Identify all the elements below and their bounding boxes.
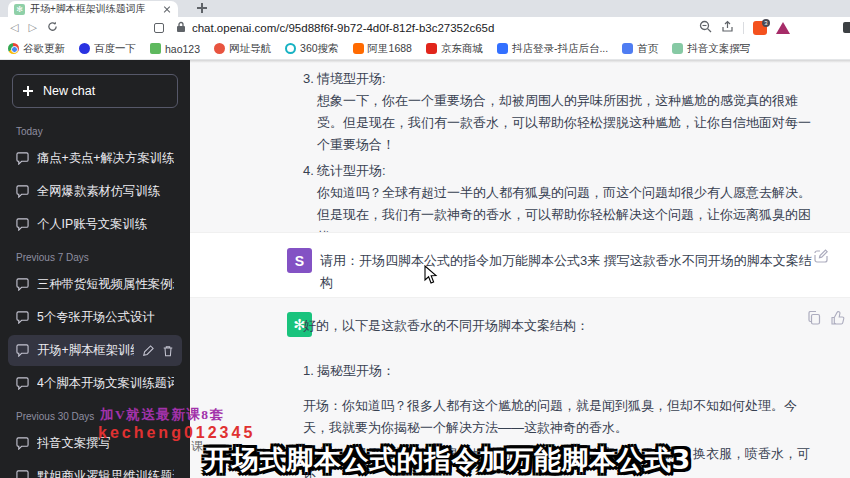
share-icon[interactable] (721, 19, 734, 37)
sidebar-item-opening-script-framework[interactable]: 开场+脚本框架训练题 (8, 335, 182, 366)
browser-window: ✻ 开场+脚本框架训练题词库 ◁ ▷ chat.openai.com/c/95d… (0, 0, 850, 478)
section-label-prev7: Previous 7 Days (8, 242, 182, 269)
section-label-today: Today (8, 116, 182, 143)
sidebar-item-exaggerated-openings[interactable]: 5个夸张开场公式设计 (8, 302, 182, 333)
bookmark-item[interactable]: hao123 (150, 43, 200, 55)
sidebar-item-personal-ip[interactable]: 个人IP账号文案训练 (8, 209, 182, 240)
sidebar-item-pain-points[interactable]: 痛点+卖点+解决方案训练题词 (8, 143, 182, 174)
watermark-line2: kecheng012345 (98, 424, 255, 442)
bookmark-item[interactable]: 京东商城 (426, 42, 483, 56)
bookmark-item[interactable]: 阿里1688 (353, 42, 412, 56)
extension-badge: 3 (762, 19, 770, 27)
chat-bubble-icon (16, 470, 29, 478)
jd-icon (426, 43, 437, 54)
list-item-title: 揭秘型开场： (317, 363, 395, 378)
trash-icon[interactable] (162, 345, 174, 357)
bookmark-item[interactable]: 首页 (622, 42, 658, 56)
sidebar-item-four-scripts[interactable]: 4个脚本开场文案训练题词库 (8, 368, 182, 399)
user-message-text: 请用：开场四脚本公式的指令加万能脚本公式3来 撰写这款香水不同开场的脚本文案结构 (320, 250, 820, 294)
url-text[interactable]: chat.openai.com/c/95d88f6f-9b72-4d0f-812… (192, 22, 494, 34)
back-icon[interactable]: ◁ (10, 21, 18, 34)
douyin-copy-icon (672, 43, 683, 54)
chat-bubble-icon (16, 218, 29, 231)
alibaba-icon (353, 43, 364, 54)
mouse-cursor (424, 265, 438, 285)
assistant-message-continued: 3. 情境型开场: 想象一下，你在一个重要场合，却被周围人的异味所困扰，这种尴尬… (190, 60, 850, 232)
chat-main: 3. 情境型开场: 想象一下，你在一个重要场合，却被周围人的异味所困扰，这种尴尬… (190, 60, 850, 478)
sidebar-item-viral-material[interactable]: 全网爆款素材仿写训练 (8, 176, 182, 207)
baidu-icon (79, 43, 90, 54)
home-icon (622, 43, 633, 54)
bookmark-item[interactable]: 360搜索 (285, 42, 339, 56)
browser-tab[interactable]: ✻ 开场+脚本框架训练题词库 (8, 1, 178, 17)
toolbar-divider (743, 22, 744, 34)
sidebar-item-business-logic[interactable]: 默姐商业逻辑思维训练题词库 (8, 461, 182, 478)
lock-icon[interactable] (176, 19, 186, 37)
copy-icon[interactable] (808, 311, 821, 325)
hao123-icon (150, 43, 161, 54)
video-subtitle: 开场式脚本公式的指令加万能脚本公式3 开场式脚本公式的指令加万能脚本公式3 (204, 442, 691, 478)
side-panel-icon[interactable] (154, 23, 164, 33)
edit-message-icon[interactable] (814, 249, 828, 263)
bookmark-item[interactable]: 抖店登录-抖店后台... (497, 42, 608, 56)
list-item-title: 情境型开场: (317, 68, 815, 90)
assistant-paragraph: 开场：你知道吗？很多人都有这个尴尬的问题，就是闻到狐臭，但却不知如何处理。今天，… (303, 395, 819, 439)
profile-icon[interactable] (843, 22, 850, 33)
search-360-icon (285, 43, 296, 54)
chat-bubble-icon (16, 377, 29, 390)
tab-close-icon[interactable] (162, 4, 172, 14)
assistant-intro: 好的，以下是这款香水的不同开场脚本文案结构： (303, 315, 819, 337)
zoom-icon[interactable] (699, 19, 712, 37)
chrome-icon (8, 43, 19, 54)
new-chat-button[interactable]: New chat (12, 74, 178, 108)
plus-icon (23, 86, 33, 96)
chat-bubble-icon (16, 185, 29, 198)
reload-icon[interactable] (47, 21, 58, 34)
user-message: S 请用：开场四脚本公式的指令加万能脚本公式3来 撰写这款香水不同开场的脚本文案… (190, 232, 850, 298)
watermark-line1: 加V就送最新课8套 (100, 406, 225, 424)
chat-bubble-icon (16, 344, 29, 357)
user-avatar: S (287, 248, 312, 273)
chat-bubble-icon (16, 152, 29, 165)
list-item: 1. 揭秘型开场： (303, 360, 819, 382)
bookmark-item[interactable]: 网址导航 (214, 42, 271, 56)
list-item-body: 想象一下，你在一个重要场合，却被周围人的异味所困扰，这种尴尬的感觉真的很难受。但… (317, 90, 815, 156)
bookmark-item[interactable]: 百度一下 (79, 42, 136, 56)
chat-bubble-icon (16, 311, 29, 324)
list-item-title: 统计型开场: (317, 160, 815, 182)
edit-icon[interactable] (142, 345, 154, 357)
douyin-shop-icon (497, 43, 508, 54)
bookmark-item[interactable]: 谷歌更新 (8, 42, 65, 56)
sidebar-item-three-video-types[interactable]: 三种带货短视频属性案例示范 (8, 269, 182, 300)
tab-strip: ✻ 开场+脚本框架训练题词库 (0, 0, 850, 17)
watermark-fragment: 课 (191, 438, 203, 455)
forward-icon[interactable]: ▷ (28, 21, 36, 34)
list-item: 3. 情境型开场: 想象一下，你在一个重要场合，却被周围人的异味所困扰，这种尴尬… (303, 68, 815, 156)
triangle-extension-icon[interactable] (776, 22, 790, 34)
nav-site-icon (214, 43, 225, 54)
chatgpt-favicon-icon: ✻ (14, 4, 25, 15)
bookmark-item[interactable]: 抖音文案撰写 (672, 42, 750, 56)
new-tab-button[interactable] (196, 2, 208, 14)
chat-bubble-icon (16, 437, 29, 450)
bookmarks-bar: 谷歌更新 百度一下 hao123 网址导航 360搜索 阿里1688 京东商城 … (0, 38, 850, 60)
browser-toolbar: ◁ ▷ chat.openai.com/c/95d88f6f-9b72-4d0f… (0, 17, 850, 38)
tab-title: 开场+脚本框架训练题词库 (30, 2, 157, 16)
thumbs-up-icon[interactable] (831, 311, 845, 325)
shield-extension-icon[interactable]: 3 (753, 21, 767, 35)
chat-bubble-icon (16, 278, 29, 291)
